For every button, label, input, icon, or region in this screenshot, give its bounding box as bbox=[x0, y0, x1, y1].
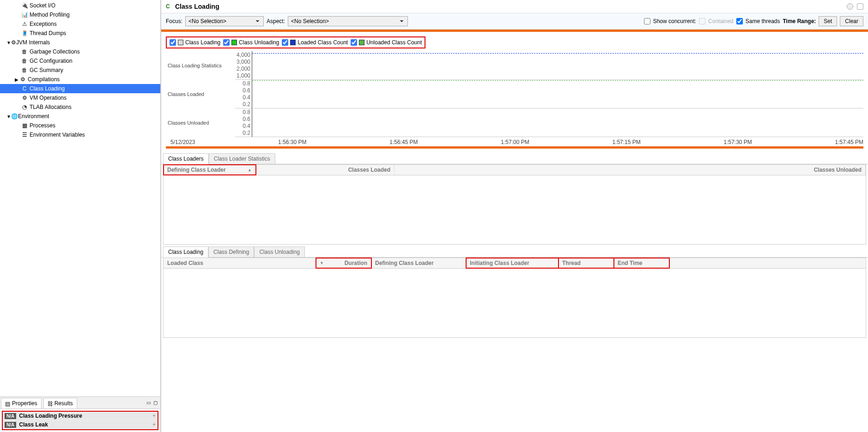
time-range-label: Time Range: bbox=[783, 18, 816, 24]
col-defining-loader[interactable]: Defining Class Loader▲ bbox=[164, 165, 256, 175]
nav-class-loading[interactable]: CClass Loading bbox=[0, 84, 160, 93]
contained-checkbox[interactable] bbox=[699, 18, 705, 24]
chart-label: Class Loading Statistics bbox=[166, 51, 235, 80]
col-def-loader[interactable]: Defining Class Loader bbox=[371, 258, 466, 268]
minimize-button[interactable] bbox=[847, 3, 853, 10]
legend-class-unloading[interactable]: Class Unloading bbox=[223, 39, 279, 46]
same-threads-label: Same threads bbox=[746, 18, 780, 24]
tab-properties[interactable]: ▤Properties bbox=[1, 398, 42, 408]
nav-tree: 🔌Socket I/O 📊Method Profiling ⚠Exception… bbox=[0, 0, 160, 396]
col-init-loader[interactable]: Initiating Class Loader bbox=[466, 258, 558, 268]
loaders-header: Defining Class Loader▲ Classes Loaded Cl… bbox=[163, 164, 866, 175]
col-duration[interactable]: ▼Duration bbox=[316, 258, 371, 268]
col-loaded-class[interactable]: Loaded Class bbox=[164, 258, 316, 268]
focus-select[interactable]: <No Selection> bbox=[185, 16, 264, 26]
tab-results[interactable]: ⛓Results bbox=[43, 398, 77, 408]
page-title: Class Loading bbox=[175, 3, 219, 10]
tab-class-unloading[interactable]: Class Unloading bbox=[254, 246, 304, 258]
legend-class-loading[interactable]: Class Loading bbox=[170, 39, 220, 46]
chevron-right-icon: ▶ bbox=[15, 77, 19, 82]
nav-method-profiling[interactable]: 📊Method Profiling bbox=[0, 10, 160, 19]
nav-vm-ops[interactable]: ⚙VM Operations bbox=[0, 93, 160, 102]
swatch bbox=[359, 40, 364, 45]
nav-exceptions[interactable]: ⚠Exceptions bbox=[0, 19, 160, 29]
chart-yaxis: 4,0003,0002,0001,000 0.80.60.40.2 0.80.6… bbox=[235, 51, 252, 137]
show-concurrent-checkbox[interactable] bbox=[644, 18, 650, 24]
page-header: C Class Loading bbox=[161, 0, 868, 13]
nav-gc-config[interactable]: 🗑GC Configuration bbox=[0, 56, 160, 66]
result-row[interactable]: N/A Class Loading Pressure + bbox=[3, 412, 158, 420]
tab-class-defining[interactable]: Class Defining bbox=[208, 246, 254, 258]
chevron-down-icon: ▼ bbox=[6, 40, 11, 45]
restore-icon[interactable]: ▢ bbox=[153, 400, 158, 405]
chart-label: Classes Unloaded bbox=[166, 108, 235, 137]
nav-gc[interactable]: 🗑Garbage Collections bbox=[0, 47, 160, 56]
nav-thread-dumps[interactable]: 🧵Thread Dumps bbox=[0, 29, 160, 38]
nav-group-env[interactable]: ▼🌐Environment bbox=[0, 112, 160, 121]
trash-icon: 🗑 bbox=[21, 67, 28, 73]
swatch bbox=[231, 40, 237, 45]
show-concurrent-label: Show concurrent: bbox=[653, 18, 696, 24]
same-threads-checkbox[interactable] bbox=[736, 18, 743, 24]
nav-group-jvm[interactable]: ▼⚙JVM Internals bbox=[0, 38, 160, 47]
tab-class-loading[interactable]: Class Loading bbox=[163, 246, 208, 258]
loading-tabs: Class Loading Class Defining Class Unloa… bbox=[161, 246, 868, 258]
thread-icon: 🧵 bbox=[21, 30, 28, 36]
panel-tabs: ▤Properties ⛓Results ▭ ▢ bbox=[0, 397, 160, 409]
chart-row-labels: Class Loading Statistics Classes Loaded … bbox=[166, 51, 235, 137]
nav-socket-io[interactable]: 🔌Socket I/O bbox=[0, 1, 160, 10]
col-classes-loaded[interactable]: Classes Loaded bbox=[256, 165, 395, 175]
col-classes-unloaded[interactable]: Classes Unloaded bbox=[395, 165, 866, 175]
loaders-table: Defining Class Loader▲ Classes Loaded Cl… bbox=[161, 164, 868, 245]
tab-loader-stats[interactable]: Class Loader Statistics bbox=[209, 153, 275, 164]
nav-compilations[interactable]: ▶⚙Compilations bbox=[0, 75, 160, 84]
expand-icon[interactable]: + bbox=[152, 421, 156, 428]
loading-header: Loaded Class ▼Duration Defining Class Lo… bbox=[163, 258, 866, 269]
chevron-down-icon: ▼ bbox=[6, 114, 11, 119]
legend-unloaded-count[interactable]: Unloaded Class Count bbox=[351, 39, 422, 46]
nav-gc-summary[interactable]: 🗑GC Summary bbox=[0, 66, 160, 75]
set-button[interactable]: Set bbox=[819, 16, 837, 26]
badge-na: N/A bbox=[5, 422, 16, 428]
profiling-icon: 📊 bbox=[21, 12, 28, 18]
bottom-panel: ▤Properties ⛓Results ▭ ▢ N/A Class Loadi… bbox=[0, 396, 160, 432]
socket-icon: 🔌 bbox=[21, 2, 28, 9]
swatch bbox=[178, 40, 183, 45]
vm-icon: ⚙ bbox=[21, 95, 28, 101]
chart-row-stats bbox=[252, 51, 863, 80]
time-bar-bottom[interactable] bbox=[166, 146, 863, 149]
expand-icon[interactable]: + bbox=[152, 413, 156, 419]
toolbar: Focus: <No Selection> Aspect: <No Select… bbox=[161, 13, 868, 30]
process-icon: ▦ bbox=[21, 122, 28, 129]
loaders-body bbox=[163, 175, 866, 245]
chart-xaxis: 5/12/2023 1:56:30 PM 1:56:45 PM 1:57:00 … bbox=[166, 137, 863, 146]
result-row[interactable]: N/A Class Leak + bbox=[3, 420, 158, 429]
minimize-icon[interactable]: ▭ bbox=[146, 400, 151, 405]
focus-label: Focus: bbox=[166, 18, 182, 24]
clear-button[interactable]: Clear bbox=[840, 16, 863, 26]
result-label: Class Leak bbox=[19, 421, 48, 428]
legend-loaded-count[interactable]: Loaded Class Count bbox=[282, 39, 348, 46]
nav-env-vars[interactable]: ☰Environment Variables bbox=[0, 130, 160, 139]
col-end-time[interactable]: End Time bbox=[614, 258, 669, 268]
properties-icon: ▤ bbox=[5, 401, 11, 406]
aspect-select[interactable]: <No Selection> bbox=[288, 16, 408, 26]
col-thread[interactable]: Thread bbox=[558, 258, 614, 268]
results-icon: ⛓ bbox=[48, 401, 53, 406]
compile-icon: ⚙ bbox=[19, 76, 26, 83]
exception-icon: ⚠ bbox=[21, 21, 28, 27]
charts: Class Loading Statistics Classes Loaded … bbox=[166, 51, 863, 137]
nav-tlab[interactable]: ◔TLAB Allocations bbox=[0, 102, 160, 112]
maximize-button[interactable] bbox=[857, 3, 863, 10]
nav-processes[interactable]: ▦Processes bbox=[0, 121, 160, 130]
chart-label: Classes Loaded bbox=[166, 80, 235, 108]
trash-icon: 🗑 bbox=[21, 58, 28, 64]
header-controls bbox=[847, 3, 863, 10]
tab-class-loaders[interactable]: Class Loaders bbox=[163, 153, 209, 164]
trash-icon: 🗑 bbox=[21, 48, 28, 55]
contained-label: Contained bbox=[708, 18, 734, 24]
sidebar: 🔌Socket I/O 📊Method Profiling ⚠Exception… bbox=[0, 0, 161, 432]
chart-legend: Class Loading Class Unloading Loaded Cla… bbox=[166, 36, 425, 48]
chart-plot[interactable] bbox=[252, 51, 863, 137]
class-icon: C bbox=[21, 85, 28, 92]
